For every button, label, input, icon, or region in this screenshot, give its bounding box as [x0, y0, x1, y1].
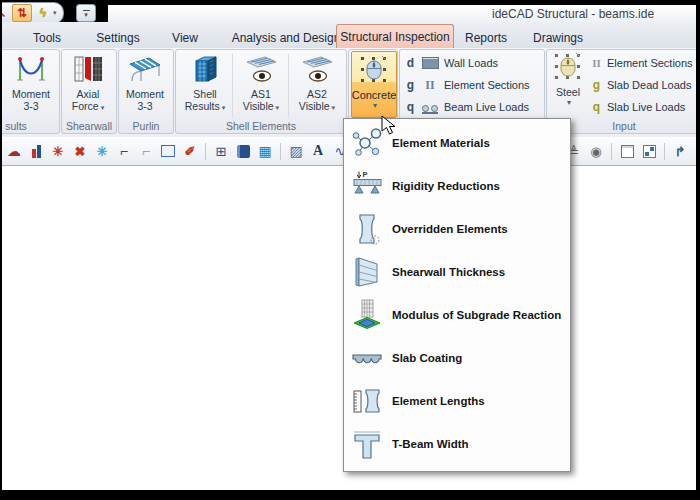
menu-item-element-materials[interactable]: Element Materials: [344, 121, 570, 164]
load-key-q: q: [591, 100, 602, 114]
menu-item-label: Overridden Elements: [392, 223, 508, 235]
chevron-down-icon: ▾: [84, 12, 88, 17]
shell-results-button[interactable]: Shell Results▾: [178, 52, 232, 114]
ribbon-tab-bar: Tools Settings View Analysis and Design …: [2, 22, 696, 48]
menu-item-rigidity-reductions[interactable]: P Rigidity Reductions: [344, 164, 570, 207]
load-key-g: g: [591, 78, 602, 92]
group-label: sults: [2, 120, 59, 132]
menu-item-slab-coating[interactable]: Slab Coating: [344, 336, 570, 379]
steel-button[interactable]: Steel ▾: [550, 52, 586, 114]
magic-wand-icon[interactable]: ✐: [180, 141, 200, 162]
tab-tools[interactable]: Tools: [20, 28, 74, 48]
stamp-icon[interactable]: ☁: [4, 141, 24, 162]
new-window-icon[interactable]: [617, 141, 637, 162]
image-icon[interactable]: ▨: [286, 141, 306, 162]
run-analysis-icon[interactable]: ϟ: [34, 5, 52, 21]
extend-corner-icon[interactable]: ⌐: [136, 141, 156, 162]
button-label: AS2: [307, 88, 327, 100]
beam-weights-icon: [421, 101, 439, 114]
tab-view[interactable]: View: [160, 28, 210, 48]
wall-loads-button[interactable]: d Wall Loads: [400, 52, 544, 74]
mouse-cursor: [381, 115, 397, 140]
button-label: Concrete: [352, 89, 397, 101]
selection-rect-icon[interactable]: [158, 141, 178, 162]
tab-analysis-and-design[interactable]: Analysis and Design: [222, 28, 350, 48]
i-beam-icon: II: [421, 78, 439, 93]
element-sections-button[interactable]: II Element Sections: [591, 52, 696, 74]
slab-dead-loads-button[interactable]: g Slab Dead Loads: [591, 74, 696, 96]
tab-reports[interactable]: Reports: [458, 28, 514, 48]
menu-item-t-beam-width[interactable]: T-Beam Width: [344, 422, 570, 465]
grid-icon[interactable]: ▦: [255, 141, 275, 162]
axial-force-icon: [70, 54, 106, 88]
menu-item-element-lengths[interactable]: Element Lengths: [344, 379, 570, 422]
purlin-moment-button[interactable]: Moment 3-3: [120, 52, 170, 112]
column-section-icon: [351, 212, 383, 246]
snap-cross-icon[interactable]: ✖: [70, 141, 90, 162]
title-strip: ideCAD Structural - beams.ide: [108, 5, 696, 22]
panel-icon[interactable]: [233, 141, 253, 162]
beam-live-loads-button[interactable]: q Beam Live Loads: [400, 96, 544, 118]
dropdown-arrow-icon: ▾: [567, 98, 571, 107]
button-label: Element Sections: [444, 79, 530, 91]
trim-corner-icon[interactable]: ⌐: [114, 141, 134, 162]
as2-visible-button[interactable]: AS2 Visible▾: [290, 52, 344, 114]
run-dropdown-icon[interactable]: ▾: [53, 9, 57, 17]
text-icon[interactable]: A: [308, 141, 328, 162]
tab-structural-inspection[interactable]: Structural Inspection: [336, 24, 454, 48]
toolbar-separator: [205, 143, 206, 160]
tab-drawings[interactable]: Drawings: [526, 28, 590, 48]
brick-wall-icon: [421, 57, 439, 69]
rigidity-beam-icon: P: [351, 170, 383, 202]
slab-live-loads-button[interactable]: q Slab Live Loads: [591, 96, 696, 118]
window-title: ideCAD Structural - beams.ide: [492, 7, 654, 21]
button-label: Moment: [12, 88, 50, 100]
visibility-icon[interactable]: ◉: [586, 141, 606, 162]
menu-item-label: Element Materials: [392, 137, 490, 149]
axial-force-button[interactable]: Axial Force▾: [63, 52, 113, 114]
button-label: 3-3: [23, 100, 38, 112]
toolbar-separator: [664, 143, 665, 160]
svg-text:P: P: [363, 170, 368, 179]
molecule-icon: [351, 127, 383, 159]
toolbar-separator: [611, 143, 612, 160]
menu-item-shearwall-thickness[interactable]: Shearwall Thickness: [344, 250, 570, 293]
as1-visible-button[interactable]: AS1 Visible▾: [234, 52, 288, 114]
concrete-button[interactable]: Concrete ▾: [351, 51, 397, 118]
group-results: Moment 3-3 sults: [2, 49, 60, 134]
button-label: Slab Live Loads: [607, 101, 685, 113]
menu-item-label: Rigidity Reductions: [392, 180, 500, 192]
clipped-tool-icon[interactable]: ↖: [2, 5, 10, 21]
chart-icon[interactable]: [26, 141, 46, 162]
mouse-pick-icon: [555, 52, 581, 86]
snap-intersection-icon[interactable]: ✳: [92, 141, 112, 162]
wall-panel-icon: [351, 255, 383, 289]
move-frame-icon[interactable]: ⊞: [211, 141, 231, 162]
window-panes-icon[interactable]: [639, 141, 659, 162]
customize-qat-button[interactable]: ▾: [76, 4, 96, 22]
menu-item-label: Element Lengths: [392, 395, 485, 407]
slab-profile-icon: [351, 342, 383, 374]
button-label: Slab Dead Loads: [607, 79, 691, 91]
app-window: ideCAD Structural - beams.ide ↖ ⇅ ϟ ▾ ▾ …: [2, 0, 696, 490]
quick-access-toolbar: ↖ ⇅ ϟ ▾: [2, 2, 64, 24]
toolbar-separator: [280, 143, 281, 160]
section-tool-icon[interactable]: ⇅: [12, 4, 32, 22]
turn-arrow-icon[interactable]: ↱: [670, 141, 690, 162]
group-shearwall: Axial Force▾ Shearwall: [61, 49, 117, 134]
element-sections-button[interactable]: g II Element Sections: [400, 74, 544, 96]
slab-eye-icon: [243, 54, 279, 88]
load-key-q: q: [405, 100, 416, 114]
moment-diagram-icon: [13, 54, 49, 88]
button-label: Shell: [193, 88, 216, 100]
menu-item-overridden-elements[interactable]: Overridden Elements: [344, 207, 570, 250]
tab-settings[interactable]: Settings: [86, 28, 150, 48]
t-section-icon: [351, 427, 383, 461]
snap-node-icon[interactable]: ✳: [48, 141, 68, 162]
menu-item-modulus-of-subgrade-reaction[interactable]: Modulus of Subgrade Reaction: [344, 293, 570, 336]
building-icon: [187, 54, 223, 88]
moment-3-3-button[interactable]: Moment 3-3: [5, 52, 57, 112]
group-label: Purlin: [119, 120, 173, 132]
group-label: Shell Elements: [176, 120, 346, 132]
awning-icon: [127, 54, 163, 88]
